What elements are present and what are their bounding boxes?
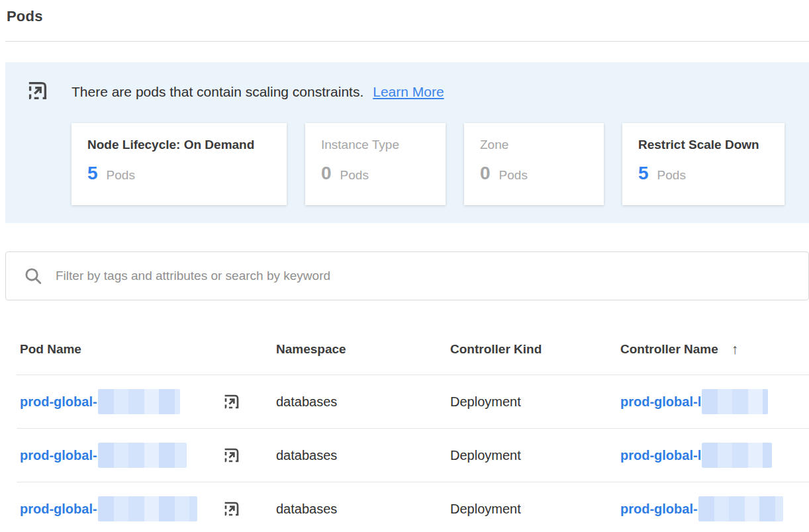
scale-up-icon[interactable] xyxy=(222,499,242,519)
namespace-cell: databases xyxy=(276,394,450,410)
learn-more-link[interactable]: Learn More xyxy=(373,84,444,100)
pod-name-cell: prod-global- xyxy=(20,482,276,532)
controller-name-link[interactable]: prod-global- xyxy=(620,502,698,517)
controller-name-cell: prod-global- xyxy=(620,496,809,521)
scaling-constraints-banner: There are pods that contain scaling cons… xyxy=(5,62,809,223)
controller-kind-cell: Deployment xyxy=(450,502,620,517)
controller-kind-cell: Deployment xyxy=(450,448,620,463)
table-header: Pod Name Namespace Controller Kind Contr… xyxy=(17,331,809,375)
pod-name-cell: prod-global- xyxy=(20,375,276,428)
namespace-cell: databases xyxy=(276,502,450,517)
column-header-controller-name[interactable]: Controller Name ↑ xyxy=(620,341,809,357)
card-instance-type[interactable]: Instance Type 0 Pods xyxy=(305,123,446,205)
pod-name-link[interactable]: prod-global- xyxy=(20,502,97,517)
controller-kind-cell: Deployment xyxy=(450,394,620,410)
filter-input[interactable] xyxy=(54,268,808,284)
card-count: 5 xyxy=(87,163,98,184)
page-title: Pods xyxy=(7,8,809,25)
sort-ascending-icon: ↑ xyxy=(732,341,739,357)
card-count: 0 xyxy=(480,163,491,184)
card-title: Node Lifecycle: On Demand xyxy=(87,138,271,152)
controller-name-link[interactable]: prod-global-l xyxy=(620,448,701,463)
controller-name-cell: prod-global-l xyxy=(620,443,809,468)
card-zone[interactable]: Zone 0 Pods xyxy=(464,123,604,205)
banner-message: There are pods that contain scaling cons… xyxy=(71,84,363,100)
filter-bar xyxy=(5,251,809,300)
card-count: 5 xyxy=(638,163,649,184)
card-title: Zone xyxy=(480,138,588,152)
pod-name-cell: prod-global- xyxy=(20,429,276,482)
pod-name-link[interactable]: prod-global- xyxy=(20,394,97,410)
card-unit: Pods xyxy=(657,168,686,183)
column-header-namespace[interactable]: Namespace xyxy=(276,342,450,357)
table-row: prod-global- databases Deployment prod-g… xyxy=(17,375,809,429)
pods-page: Pods There are pods that contain scaling… xyxy=(0,8,809,532)
namespace-cell: databases xyxy=(276,448,450,463)
controller-name-cell: prod-global-l xyxy=(620,389,809,414)
card-unit: Pods xyxy=(499,168,528,183)
redacted-controller-name xyxy=(698,496,783,521)
search-icon xyxy=(24,267,42,285)
card-unit: Pods xyxy=(107,168,135,183)
card-count: 0 xyxy=(321,163,332,184)
title-divider xyxy=(5,41,809,42)
redacted-controller-name xyxy=(702,389,768,414)
scale-up-icon[interactable] xyxy=(222,445,242,465)
column-header-pod-name[interactable]: Pod Name xyxy=(20,342,276,357)
redacted-controller-name xyxy=(702,443,772,468)
redacted-pod-name xyxy=(98,496,197,521)
table-row: prod-global- databases Deployment prod-g… xyxy=(17,482,809,532)
scale-up-icon xyxy=(25,78,50,106)
controller-name-link[interactable]: prod-global-l xyxy=(620,394,701,410)
column-header-controller-kind[interactable]: Controller Kind xyxy=(450,342,620,357)
card-restrict-scale-down[interactable]: Restrict Scale Down 5 Pods xyxy=(622,123,785,205)
redacted-pod-name xyxy=(98,443,187,468)
pods-table: Pod Name Namespace Controller Kind Contr… xyxy=(17,331,809,532)
card-unit: Pods xyxy=(340,168,369,183)
redacted-pod-name xyxy=(98,389,180,414)
card-title: Instance Type xyxy=(321,138,430,152)
card-title: Restrict Scale Down xyxy=(638,138,769,152)
scale-up-icon[interactable] xyxy=(222,392,242,412)
card-node-lifecycle[interactable]: Node Lifecycle: On Demand 5 Pods xyxy=(71,123,287,205)
constraint-cards: Node Lifecycle: On Demand 5 Pods Instanc… xyxy=(71,123,809,205)
pod-name-link[interactable]: prod-global- xyxy=(20,448,97,463)
table-row: prod-global- databases Deployment prod-g… xyxy=(17,429,809,482)
